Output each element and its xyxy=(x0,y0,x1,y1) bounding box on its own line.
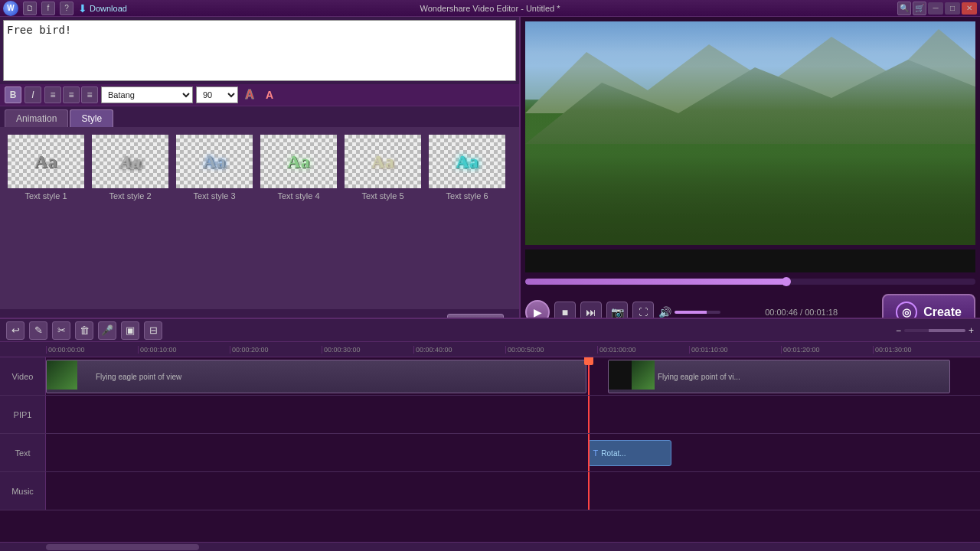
time-ruler: 00:00:00:00 00:00:10:00 00:00:20:00 00:0… xyxy=(0,342,980,357)
font-size-select[interactable]: 90 72 48 36 24 xyxy=(196,86,238,103)
app-wrapper: W 🗋 f ? ⬇ Download Wondershare Video Edi… xyxy=(0,0,980,551)
playhead-text xyxy=(588,434,590,471)
edit-button[interactable]: ✎ xyxy=(29,321,47,340)
fill-color-button[interactable]: A xyxy=(261,86,278,103)
style-name-6: Text style 6 xyxy=(446,191,488,201)
style-item-2[interactable]: Aa Text style 2 xyxy=(92,135,168,201)
align-right-button[interactable]: ≡ xyxy=(81,86,98,103)
track-label-video: Video xyxy=(0,357,46,395)
timeline-area: 00:00:00:00 00:00:10:00 00:00:20:00 00:0… xyxy=(0,342,980,551)
style-item-1[interactable]: Aa Text style 1 xyxy=(8,135,84,201)
ruler-mark-5: 00:00:50:00 xyxy=(505,346,597,354)
track-row-video: Video Flying eagle point of view xyxy=(0,357,980,396)
app-logo: W xyxy=(3,1,18,16)
track-label-music: Music xyxy=(0,472,46,510)
ruler-mark-4: 00:00:40:00 xyxy=(413,346,505,354)
svg-rect-3 xyxy=(525,145,975,245)
video-clip-2[interactable]: Flying eagle point of vi... xyxy=(608,360,950,393)
titlebar-left: W 🗋 f ? ⬇ Download xyxy=(3,1,127,16)
style-name-4: Text style 4 xyxy=(277,191,319,201)
style-preview-5: Aa xyxy=(345,135,421,188)
zoom-slider[interactable] xyxy=(904,329,965,332)
progress-area[interactable] xyxy=(525,277,975,288)
font-select[interactable]: Batang Arial Times New Roman xyxy=(101,86,193,103)
style-name-1: Text style 1 xyxy=(24,191,67,201)
align-group: ≡ ≡ ≡ xyxy=(44,86,98,103)
ruler-mark-8: 00:01:20:00 xyxy=(781,346,873,354)
track-content-music[interactable] xyxy=(46,472,980,510)
titlebar-file-btn[interactable]: 🗋 xyxy=(23,2,37,15)
video-clip-1[interactable]: Flying eagle point of view xyxy=(46,360,586,393)
style-item-4[interactable]: Aa Text style 4 xyxy=(260,135,337,201)
ruler-mark-6: 00:01:00:00 xyxy=(597,346,689,354)
style-name-5: Text style 5 xyxy=(361,191,403,201)
style-preview-1: Aa xyxy=(8,135,84,188)
text-toolbar: B I ≡ ≡ ≡ Batang Arial Times New Roman 9… xyxy=(0,84,519,106)
volume-icon[interactable]: 🔊 xyxy=(658,306,671,318)
tracks-container: Video Flying eagle point of view xyxy=(0,357,980,542)
video-black-bar xyxy=(525,249,975,272)
style-preview-6: Aa xyxy=(429,135,505,188)
titlebar-fb-btn[interactable]: f xyxy=(41,2,55,15)
zoom-in-icon[interactable]: + xyxy=(969,325,974,336)
tab-style[interactable]: Style xyxy=(70,109,113,127)
cut-button[interactable]: ✂ xyxy=(52,321,70,340)
stroke-color-button[interactable]: A xyxy=(241,86,258,103)
titlebar: W 🗋 f ? ⬇ Download Wondershare Video Edi… xyxy=(0,0,980,17)
track-content-video[interactable]: Flying eagle point of view Flying eagle … xyxy=(46,357,980,395)
remove-button[interactable]: ⊟ xyxy=(144,321,162,340)
search-icon[interactable]: 🔍 xyxy=(897,2,911,15)
tab-animation[interactable]: Animation xyxy=(5,109,68,127)
left-panel: Free bird! B I ≡ ≡ ≡ Batang Arial T xyxy=(0,17,521,337)
video-preview xyxy=(525,21,975,245)
clip-thumb-1 xyxy=(47,360,77,390)
titlebar-help-btn[interactable]: ? xyxy=(60,2,74,15)
top-section: Free bird! B I ≡ ≡ ≡ Batang Arial T xyxy=(0,17,980,337)
style-item-6[interactable]: Aa Text style 6 xyxy=(429,135,505,201)
ruler-mark-3: 00:00:30:00 xyxy=(322,346,413,354)
italic-button[interactable]: I xyxy=(24,86,41,103)
ruler-mark-2: 00:00:20:00 xyxy=(230,346,322,354)
playhead-music xyxy=(588,472,590,510)
timeline-section: ↩ ✎ ✂ 🗑 🎤 ▣ ⊟ − + 00:00:00:00 00:00:10:0… xyxy=(0,318,980,551)
style-item-3[interactable]: Aa Text style 3 xyxy=(176,135,253,201)
text-clip-1[interactable]: T Rotat... xyxy=(588,440,672,466)
undo-button[interactable]: ↩ xyxy=(6,321,24,340)
ruler-marks: 00:00:00:00 00:00:10:00 00:00:20:00 00:0… xyxy=(46,346,980,354)
track-content-pip1[interactable] xyxy=(46,396,980,433)
shop-icon[interactable]: 🛒 xyxy=(913,2,926,15)
progress-fill xyxy=(525,279,786,285)
playhead-video[interactable] xyxy=(588,357,590,395)
volume-slider[interactable] xyxy=(675,311,720,314)
media-button[interactable]: ▣ xyxy=(121,321,139,340)
timeline-toolbar: ↩ ✎ ✂ 🗑 🎤 ▣ ⊟ − + xyxy=(0,319,980,342)
maximize-button[interactable]: □ xyxy=(945,2,960,15)
progress-knob[interactable] xyxy=(782,277,791,286)
download-link[interactable]: ⬇ Download xyxy=(78,2,127,15)
ruler-mark-1: 00:00:10:00 xyxy=(138,346,230,354)
bold-button[interactable]: B xyxy=(5,86,21,103)
right-panel: ▶ ■ ⏭ 📷 ⛶ 🔊 00:00:46 / 00:01:18 ◎ Create xyxy=(521,17,980,337)
h-scrollbar[interactable] xyxy=(0,542,980,551)
delete-button[interactable]: 🗑 xyxy=(75,321,93,340)
zoom-control: − + xyxy=(896,325,974,336)
style-preview-3: Aa xyxy=(176,135,253,188)
progress-bar[interactable] xyxy=(525,279,975,285)
text-input[interactable]: Free bird! xyxy=(7,24,512,77)
track-row-pip1: PIP1 xyxy=(0,396,980,434)
ruler-mark-0: 00:00:00:00 xyxy=(46,346,138,354)
zoom-out-icon[interactable]: − xyxy=(896,325,901,336)
style-item-5[interactable]: Aa Text style 5 xyxy=(345,135,421,201)
track-content-text[interactable]: T Rotat... xyxy=(46,434,980,471)
align-left-button[interactable]: ≡ xyxy=(44,86,61,103)
track-label-pip1: PIP1 xyxy=(0,396,46,433)
clip-thumb-pair xyxy=(609,360,655,390)
scene-svg xyxy=(525,21,975,245)
align-center-button[interactable]: ≡ xyxy=(63,86,80,103)
close-button[interactable]: ✕ xyxy=(962,2,977,15)
h-scroll-thumb[interactable] xyxy=(46,544,199,550)
record-button[interactable]: 🎤 xyxy=(98,321,116,340)
style-preview-2: Aa xyxy=(92,135,168,188)
minimize-button[interactable]: ─ xyxy=(928,2,943,15)
style-name-3: Text style 3 xyxy=(193,191,235,201)
